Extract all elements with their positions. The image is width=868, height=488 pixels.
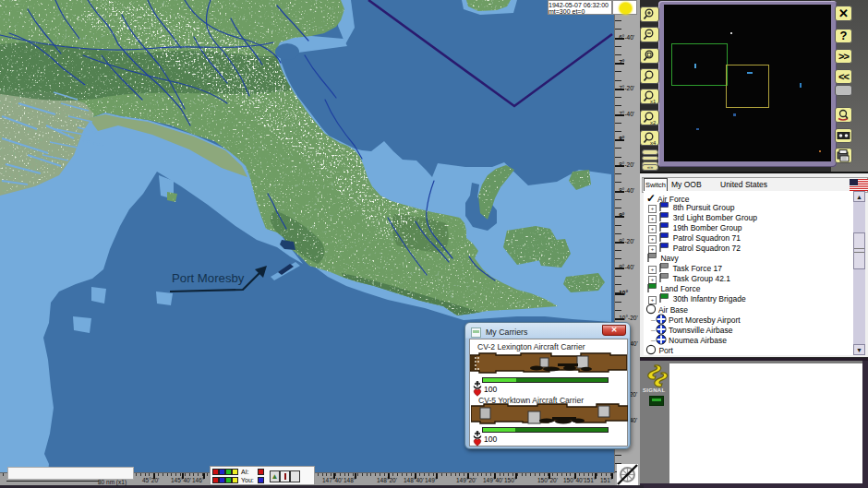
svg-text:x4: x4 (650, 139, 657, 145)
svg-text:Port Moresby: Port Moresby (172, 271, 245, 285)
svg-text:x1: x1 (650, 99, 657, 104)
svg-text:x2: x2 (650, 119, 657, 125)
